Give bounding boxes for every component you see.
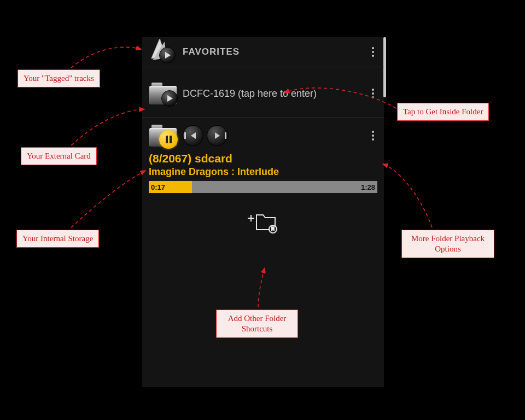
folder-label: DCFC-1619 (tap here to enter) (179, 88, 366, 100)
nowplaying-info: (8/2067) sdcard Imagine Dragons : Interl… (142, 149, 384, 178)
time-elapsed: 0:17 (149, 183, 165, 191)
sdcard-folder-icon (147, 124, 179, 148)
nowplaying-row (142, 118, 384, 149)
progress-bar[interactable]: 0:17 1:28 (149, 181, 377, 193)
callout-more-playback-options: More Folder Playback Options (401, 230, 494, 258)
time-total: 1:28 (361, 183, 375, 191)
prev-track-button[interactable] (183, 125, 203, 146)
nowplaying-menu-button[interactable] (366, 131, 380, 141)
callout-external-card: Your External Card (21, 147, 97, 165)
folder-menu-button[interactable] (366, 89, 380, 98)
track-title: Imagine Dragons : Interlude (149, 166, 377, 178)
folder-icon (147, 81, 179, 106)
favorites-menu-button[interactable] (366, 47, 380, 57)
favorites-label: FAVORITES (179, 46, 366, 57)
favorites-icon (147, 40, 179, 63)
folder-row-dcfc[interactable]: DCFC-1619 (tap here to enter) (142, 67, 384, 118)
callout-tagged-tracks: Your "Tagged" tracks (18, 69, 100, 88)
next-track-button[interactable] (207, 125, 228, 146)
add-folder-shortcut-button[interactable] (244, 208, 282, 235)
favorites-row[interactable]: FAVORITES (142, 37, 384, 67)
callout-add-folder-shortcuts: Add Other Folder Shortcuts (216, 310, 298, 338)
callout-internal-storage: Your Internal Storage (16, 230, 99, 248)
callout-tap-inside-folder: Tap to Get Inside Folder (397, 103, 489, 121)
track-counter: (8/2067) sdcard (149, 152, 377, 165)
pause-icon[interactable] (159, 130, 178, 149)
